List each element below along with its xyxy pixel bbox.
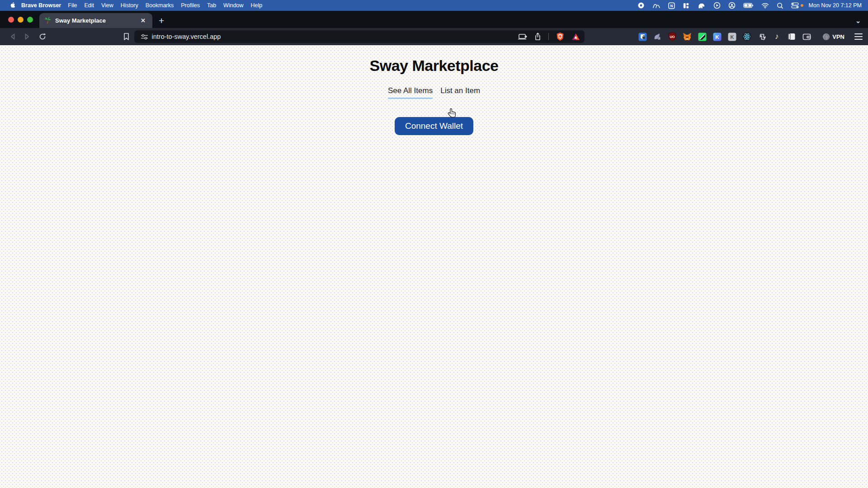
share-icon[interactable] (534, 33, 541, 41)
connect-wallet-button[interactable]: Connect Wallet (395, 117, 473, 135)
url-text[interactable]: intro-to-sway.vercel.app (152, 33, 519, 40)
tab-close-icon[interactable]: ✕ (138, 16, 148, 25)
window-tiles-icon[interactable] (683, 2, 689, 9)
green-diagonal-extension-icon[interactable] (698, 32, 707, 41)
arc-icon[interactable] (652, 2, 660, 9)
battery-icon[interactable] (743, 3, 754, 8)
address-bar-actions (518, 32, 580, 41)
menu-help[interactable]: Help (251, 2, 263, 9)
macos-menu-bar: Brave Browser File Edit View History Boo… (0, 0, 868, 11)
metamask-icon[interactable] (683, 32, 692, 41)
menu-edit[interactable]: Edit (84, 2, 94, 9)
reload-icon[interactable] (38, 33, 47, 41)
brave-rewards-icon[interactable] (571, 33, 580, 41)
gray-animal-extension-icon[interactable] (653, 32, 662, 41)
minimize-window-button[interactable] (18, 17, 24, 23)
send-to-device-icon[interactable] (518, 33, 527, 40)
browser-toolbar: intro-to-sway.vercel.app UO K K (0, 28, 868, 45)
password-lock-extension-icon[interactable] (638, 32, 647, 41)
menu-history[interactable]: History (121, 2, 138, 9)
page-title: Sway Marketplace (0, 45, 868, 75)
react-devtools-icon[interactable] (742, 32, 751, 41)
menu-bookmarks[interactable]: Bookmarks (146, 2, 174, 9)
brave-vpn-button[interactable]: VPN (823, 33, 844, 40)
tab-search-chevron-icon[interactable]: ⌄ (855, 17, 861, 24)
address-bar-separator (548, 33, 549, 40)
vpn-label: VPN (832, 33, 844, 40)
menu-tab[interactable]: Tab (207, 2, 216, 9)
forward-icon[interactable] (24, 33, 30, 40)
media-note-icon[interactable]: ♪ (772, 32, 781, 41)
fullscreen-window-button[interactable] (27, 17, 33, 23)
svg-text:K: K (715, 34, 719, 39)
menu-profiles[interactable]: Profiles (181, 2, 200, 9)
svg-text:N: N (670, 3, 673, 8)
address-bar[interactable]: intro-to-sway.vercel.app (134, 30, 585, 43)
menu-bar-status-icons: N (637, 2, 799, 9)
k-gray-extension-icon[interactable]: K (727, 32, 736, 41)
bookmark-icon[interactable] (123, 33, 130, 41)
record-icon[interactable] (637, 2, 645, 9)
menu-window[interactable]: Window (223, 2, 243, 9)
window-controls (0, 11, 39, 28)
palm-tree-icon (44, 17, 52, 24)
back-icon[interactable] (9, 33, 16, 40)
menu-file[interactable]: File (68, 2, 77, 9)
mouse-cursor-pointer (447, 108, 458, 119)
main-menu-icon[interactable] (854, 33, 863, 40)
notification-dot (801, 4, 803, 7)
account-icon[interactable] (728, 2, 736, 9)
menu-view[interactable]: View (101, 2, 113, 9)
menu-bar-clock[interactable]: Mon Nov 20 7:12 PM (809, 2, 862, 9)
tab-title: Sway Marketplace (55, 17, 138, 24)
close-window-button[interactable] (8, 17, 14, 23)
tab-see-all-items[interactable]: See All Items (388, 86, 433, 99)
page-content: Sway Marketplace See All Items List an I… (0, 45, 868, 488)
kagi-k-blue-icon[interactable]: K (712, 32, 722, 41)
play-icon[interactable] (713, 2, 721, 9)
site-permissions-icon[interactable] (141, 33, 148, 40)
menu-app-name[interactable]: Brave Browser (21, 2, 61, 9)
extensions-row: UO K K ♪ (638, 32, 811, 41)
apple-menu-icon[interactable] (6, 2, 18, 9)
browser-tab-sway-marketplace[interactable]: Sway Marketplace ✕ (39, 13, 152, 28)
control-center-icon[interactable] (791, 2, 799, 9)
page-nav-tabs: See All Items List an Item (0, 86, 868, 99)
elephant-icon[interactable] (697, 2, 706, 9)
globe-icon (823, 33, 830, 40)
sidebar-toggle-icon[interactable] (787, 32, 796, 41)
new-tab-button[interactable]: + (152, 15, 170, 28)
svg-text:UO: UO (670, 35, 675, 39)
extensions-puzzle-icon[interactable] (757, 32, 766, 41)
tab-list-an-item[interactable]: List an Item (440, 86, 480, 99)
wifi-icon[interactable] (761, 3, 769, 9)
svg-text:K: K (730, 34, 734, 39)
brave-shields-icon[interactable] (556, 32, 564, 41)
notion-icon[interactable]: N (668, 2, 675, 9)
brave-wallet-icon[interactable] (802, 32, 811, 41)
spotlight-icon[interactable] (777, 2, 783, 9)
ublock-origin-icon[interactable]: UO (668, 32, 677, 41)
browser-tab-strip: Sway Marketplace ✕ + ⌄ (0, 11, 868, 28)
